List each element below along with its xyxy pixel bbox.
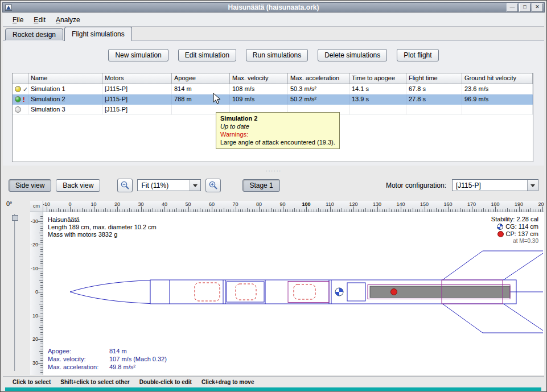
table-row[interactable]: ✓Simulation 1[J115-P]814 m108 m/s50.3 m/…	[13, 84, 533, 94]
ruler-tick	[198, 209, 198, 212]
side-view-button[interactable]: Side view	[9, 179, 51, 192]
ruler-label: 70	[232, 201, 238, 207]
table-row[interactable]: !Simulation 2[J115-P]788 m109 m/s50.2 m/…	[13, 94, 533, 105]
column-header-max-acceleration[interactable]: Max. acceleration	[288, 73, 349, 84]
zoom-select[interactable]: Fit (11%)	[137, 179, 201, 191]
new-simulation-button[interactable]: New simulation	[108, 49, 168, 61]
ruler-tick	[290, 209, 290, 212]
ruler-tick	[443, 209, 444, 212]
ruler-tick	[221, 209, 222, 212]
desktop-strip	[5, 387, 541, 391]
ruler-tick	[417, 209, 418, 212]
split-pane-divider[interactable]	[3, 165, 544, 172]
ruler-tick	[40, 254, 43, 255]
ruler-tick	[226, 209, 227, 212]
motor-configuration-select[interactable]: [J115-P]	[452, 179, 538, 191]
ruler-tick	[164, 207, 165, 212]
ruler-label: 0	[35, 289, 38, 295]
cell-time-to-apogee: 13.9 s	[349, 94, 406, 105]
ruler-tick	[40, 287, 43, 288]
maximize-button[interactable]: □	[519, 3, 530, 12]
ruler-tick	[469, 209, 470, 212]
ruler-tick	[40, 346, 43, 346]
ruler-tick	[431, 209, 432, 212]
zoom-out-button[interactable]	[117, 179, 133, 192]
column-header-max-velocity[interactable]: Max. velocity	[230, 73, 288, 84]
ruler-tick	[231, 209, 231, 212]
cell-max-velocity: 108 m/s	[230, 84, 288, 94]
ruler-tick	[40, 318, 43, 319]
ruler-tick	[516, 209, 517, 212]
run-simulations-button[interactable]: Run simulations	[246, 49, 308, 61]
column-header-status[interactable]	[13, 73, 28, 84]
ruler-tick	[410, 209, 411, 212]
ruler-tick	[273, 209, 274, 212]
ruler-label: 60	[209, 201, 215, 207]
status-hint: Click+drag to move	[201, 379, 254, 385]
apogee-label: Apogee:	[48, 348, 109, 354]
ruler-label: 180	[491, 201, 499, 207]
ruler-tick	[342, 208, 342, 212]
ruler-tick	[467, 209, 467, 212]
ruler-tick	[40, 356, 43, 356]
status-cell: !	[13, 94, 28, 105]
ruler-tick	[500, 209, 500, 212]
minimize-button[interactable]: —	[507, 3, 518, 12]
ruler-tick	[40, 224, 43, 224]
column-header-name[interactable]: Name	[28, 73, 102, 84]
ruler-label: 0	[68, 201, 71, 207]
ruler-tick	[323, 209, 323, 212]
menu-item-edit[interactable]: Edit	[28, 15, 51, 25]
ruler-tick	[40, 273, 43, 274]
ruler-tick	[40, 299, 43, 299]
column-header-flight-time[interactable]: Flight time	[406, 73, 462, 84]
ruler-label: 20	[32, 336, 38, 342]
window-menu-icon[interactable]	[5, 5, 12, 11]
ruler-tick	[40, 311, 43, 311]
ruler-tick	[377, 207, 378, 212]
cell-max-acceleration: 50.2 m/s²	[288, 94, 349, 105]
ruler-tick	[401, 207, 401, 212]
stage-1-button[interactable]: Stage 1	[242, 179, 279, 192]
ruler-tick	[39, 304, 43, 304]
ruler-tick	[94, 207, 94, 212]
ruler-tick	[113, 209, 113, 212]
ruler-tick	[372, 209, 373, 212]
column-header-motors[interactable]: Motors	[102, 73, 172, 84]
rocket-canvas[interactable]: Haisunäätä Length 189 cm, max. diameter …	[43, 212, 544, 375]
ruler-tick	[40, 230, 43, 231]
ruler-label: 200	[538, 201, 544, 207]
tab-rocket-design[interactable]: Rocket design	[5, 28, 63, 40]
ruler-tick	[127, 209, 128, 212]
column-header-apogee[interactable]: Apogee	[172, 73, 230, 84]
ruler-label: 190	[515, 201, 523, 207]
window-title: Haisunäätä (haisunaata.ork)	[3, 3, 544, 11]
back-view-button[interactable]: Back view	[56, 179, 100, 192]
rotation-slider[interactable]	[12, 214, 17, 371]
ruler-tick	[429, 209, 430, 212]
menu-item-analyze[interactable]: Analyze	[51, 15, 85, 25]
ruler-tick	[40, 240, 43, 241]
zoom-in-button[interactable]	[205, 179, 221, 192]
ruler-tick	[212, 207, 212, 212]
ruler-tick	[382, 209, 383, 212]
cp-icon	[497, 231, 504, 237]
ruler-tick	[110, 209, 111, 212]
ruler-tick	[370, 209, 371, 212]
column-header-ground-hit-velocity[interactable]: Ground hit velocity	[462, 73, 533, 84]
cell-apogee: 814 m	[172, 84, 230, 94]
ruler-tick	[40, 372, 43, 373]
delete-simulations-button[interactable]: Delete simulations	[318, 49, 387, 61]
rotation-slider-thumb[interactable]	[12, 215, 18, 221]
tab-flight-simulations[interactable]: Flight simulations	[64, 27, 132, 41]
ruler-tick	[294, 208, 295, 212]
edit-simulation-button[interactable]: Edit simulation	[178, 49, 236, 61]
column-header-time-to-apogee[interactable]: Time to apogee	[349, 73, 406, 84]
plot-flight-button[interactable]: Plot flight	[397, 49, 438, 61]
menu-item-file[interactable]: File	[7, 15, 28, 25]
ruler-tick	[507, 208, 508, 212]
ruler-tick	[297, 209, 297, 212]
close-button[interactable]: ✕	[532, 3, 543, 12]
apogee-value: 814 m	[109, 348, 167, 354]
ruler-tick	[40, 323, 43, 323]
